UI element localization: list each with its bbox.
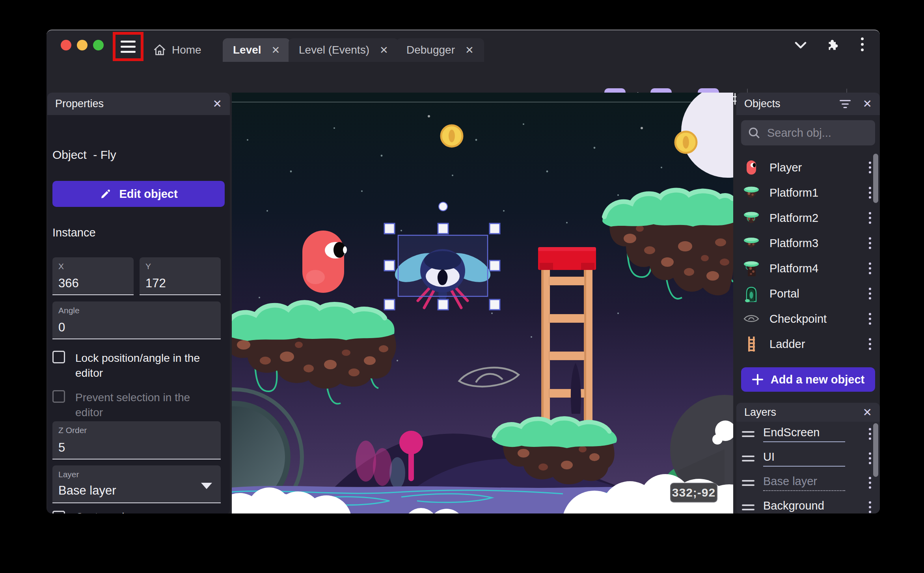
drag-handle-icon[interactable]: [742, 480, 754, 486]
tab-home-label: Home: [172, 44, 201, 56]
coin[interactable]: [441, 125, 462, 147]
object-name: Platform1: [769, 186, 818, 199]
tab-level-label: Level: [233, 44, 261, 56]
layer-name[interactable]: UI: [763, 450, 845, 467]
kebab-menu-icon[interactable]: [867, 451, 873, 466]
platform-tall-icon: [743, 260, 760, 277]
hamburger-icon[interactable]: [121, 41, 136, 53]
scene-canvas[interactable]: [232, 93, 733, 513]
scene-editor-canvas[interactable]: 332;-92: [232, 93, 733, 513]
layer-row-base-layer[interactable]: Base layer: [736, 471, 880, 495]
traffic-zoom-button[interactable]: [93, 40, 104, 50]
kebab-menu-icon[interactable]: [867, 337, 873, 352]
y-field-input[interactable]: [145, 276, 214, 290]
search-input[interactable]: [767, 127, 858, 140]
object-item-checkpoint[interactable]: Checkpoint: [736, 306, 880, 331]
object-name: Platform3: [769, 237, 818, 250]
app-window: Home Level ✕ Level (Events) ✕ Debugger ✕: [47, 30, 880, 513]
object-item-portal[interactable]: Portal: [736, 281, 880, 306]
y-field[interactable]: Y: [140, 257, 221, 295]
tab-home[interactable]: Home: [146, 38, 209, 62]
traffic-minimize-button[interactable]: [77, 40, 88, 50]
objects-title: Objects: [744, 98, 781, 110]
lock-position-checkbox-row: Lock position/angle in the editor: [52, 351, 225, 381]
layer-row-ui[interactable]: UI: [736, 446, 880, 471]
drag-handle-icon[interactable]: [742, 431, 754, 437]
x-field-input[interactable]: [58, 276, 127, 290]
close-icon[interactable]: ✕: [213, 97, 222, 110]
layers-panel: Layers ✕ EndScreen UI Base layer Backgro…: [736, 403, 880, 513]
coin[interactable]: [675, 132, 697, 153]
kebab-menu-icon[interactable]: [867, 286, 873, 301]
window-kebab-menu[interactable]: [859, 36, 865, 54]
object-item-player[interactable]: Player: [736, 155, 880, 180]
search-icon: [747, 126, 761, 140]
object-name: Platform4: [769, 262, 818, 275]
titlebar: Home Level ✕ Level (Events) ✕ Debugger ✕: [47, 30, 880, 62]
angle-field-input[interactable]: [58, 320, 201, 335]
object-item-platform3[interactable]: Platform3: [736, 231, 880, 256]
layer-select[interactable]: Layer Base layer: [52, 465, 221, 503]
custom-size-checkbox[interactable]: [52, 511, 65, 513]
dropdown-arrow-icon: [201, 483, 212, 489]
layer-row-endscreen[interactable]: EndScreen: [736, 422, 880, 446]
player-sprite[interactable]: [302, 231, 347, 293]
objects-scrollbar[interactable]: [873, 154, 878, 203]
object-item-platform2[interactable]: Platform2: [736, 205, 880, 231]
angle-field[interactable]: Angle: [52, 301, 221, 339]
layer-row-background[interactable]: Background: [736, 495, 880, 513]
filter-icon[interactable]: [839, 99, 851, 109]
tab-close-icon[interactable]: ✕: [465, 44, 474, 56]
kebab-menu-icon[interactable]: [867, 475, 873, 490]
add-new-object-label: Add a new object: [771, 373, 864, 386]
object-name: Player: [769, 161, 802, 174]
object-name: Checkpoint: [769, 313, 827, 326]
custom-size-label: Custom size: [75, 510, 136, 513]
kebab-menu-icon[interactable]: [867, 500, 873, 513]
kebab-menu-icon[interactable]: [867, 185, 873, 200]
add-new-object-button[interactable]: Add a new object: [741, 367, 875, 392]
tab-close-icon[interactable]: ✕: [380, 44, 388, 56]
layer-name[interactable]: EndScreen: [763, 426, 845, 442]
tab-debugger[interactable]: Debugger ✕: [396, 38, 484, 62]
kebab-menu-icon[interactable]: [867, 160, 873, 175]
extensions-button[interactable]: [824, 36, 840, 54]
layers-scrollbar[interactable]: [873, 423, 878, 477]
layer-name[interactable]: Base layer: [763, 475, 845, 491]
tab-close-icon[interactable]: ✕: [272, 44, 280, 56]
object-item-ladder[interactable]: Ladder: [736, 331, 880, 357]
tab-level-events-label: Level (Events): [299, 44, 369, 56]
prevent-selection-checkbox-row: Prevent selection in the editor: [52, 390, 225, 420]
z-order-field-input[interactable]: [58, 441, 201, 455]
kebab-menu-icon[interactable]: [867, 210, 873, 225]
kebab-menu-icon[interactable]: [867, 311, 873, 326]
lock-position-checkbox[interactable]: [52, 351, 65, 363]
platform-icon: [743, 234, 760, 252]
x-field[interactable]: X: [52, 257, 134, 295]
platform-icon: [743, 209, 760, 227]
kebab-menu-icon[interactable]: [867, 261, 873, 276]
close-icon[interactable]: ✕: [863, 97, 872, 110]
prevent-selection-checkbox[interactable]: [52, 390, 65, 403]
y-field-label: Y: [145, 262, 151, 271]
objects-search[interactable]: [741, 120, 875, 145]
object-item-platform1[interactable]: Platform1: [736, 180, 880, 205]
traffic-close-button[interactable]: [61, 40, 71, 50]
ladder-icon: [743, 335, 760, 353]
layers-title: Layers: [744, 406, 776, 419]
edit-object-button[interactable]: Edit object: [52, 181, 225, 207]
drag-handle-icon[interactable]: [742, 456, 754, 461]
drag-handle-icon[interactable]: [742, 504, 754, 510]
window-chevron-down[interactable]: [793, 36, 808, 54]
object-item-platform4[interactable]: Platform4: [736, 256, 880, 281]
z-order-field[interactable]: Z Order: [52, 421, 221, 460]
z-order-field-label: Z Order: [58, 426, 87, 435]
layer-name[interactable]: Background: [763, 499, 845, 514]
tab-level-events[interactable]: Level (Events) ✕: [289, 38, 399, 62]
close-icon[interactable]: ✕: [863, 406, 872, 419]
object-name: Platform2: [769, 212, 818, 225]
object-title: Object - Fly: [52, 148, 116, 162]
kebab-menu-icon[interactable]: [867, 236, 873, 251]
tab-level[interactable]: Level ✕: [223, 38, 290, 62]
kebab-menu-icon[interactable]: [867, 426, 873, 441]
